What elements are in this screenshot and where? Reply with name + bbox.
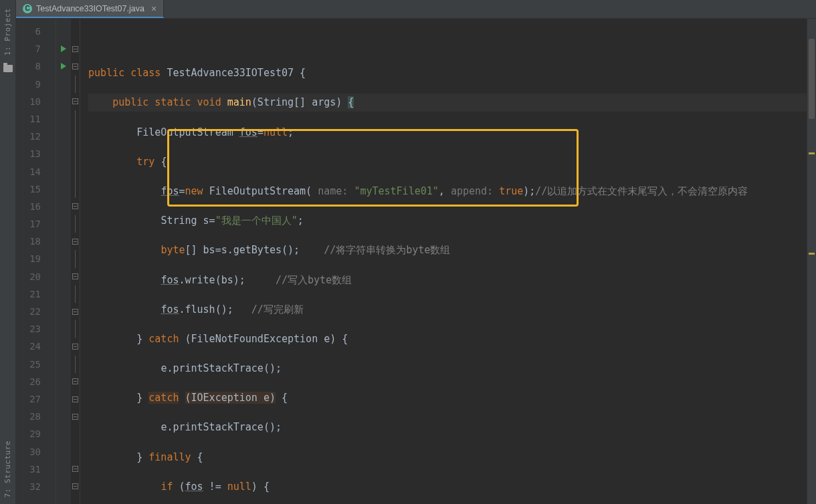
warning-stripe[interactable] <box>809 253 815 255</box>
line-number: 11 <box>16 110 56 128</box>
line-number: 23 <box>16 320 56 338</box>
class-file-icon: C <box>23 4 32 13</box>
fold-toggle[interactable] <box>72 46 78 52</box>
fold-gutter <box>71 19 80 504</box>
line-number: 28 <box>16 408 56 425</box>
code-line[interactable]: fos=new FileOutputStream( name: "myTestF… <box>88 182 807 200</box>
run-gutter <box>56 19 71 504</box>
code-line[interactable] <box>88 35 807 52</box>
code-line[interactable]: public class TestAdvance33IOTest07 { <box>88 64 807 82</box>
code-line[interactable]: } catch (IOException e) { <box>88 389 807 406</box>
code-area[interactable]: public class TestAdvance33IOTest07 { pub… <box>80 19 807 504</box>
line-number: 6 <box>16 23 56 40</box>
fold-toggle[interactable] <box>72 64 78 70</box>
code-line[interactable]: FileOutputStream fos=null; <box>88 124 807 141</box>
code-line[interactable]: e.printStackTrace(); <box>88 418 807 436</box>
fold-toggle[interactable] <box>72 378 78 384</box>
fold-toggle[interactable] <box>72 309 78 315</box>
ide-root: 1: Project 7: Structure C TestAdvance33I… <box>0 0 816 504</box>
line-number: 15 <box>16 180 56 198</box>
fold-toggle[interactable] <box>72 483 78 489</box>
editor-tabs: C TestAdvance33IOTest07.java × <box>16 0 816 19</box>
code-line[interactable]: public static void main(String[] args) { <box>88 94 807 111</box>
code-line[interactable]: fos.write(bs); //写入byte数组 <box>88 271 807 289</box>
line-number: 12 <box>16 128 56 145</box>
line-number: 24 <box>16 338 56 355</box>
code-line[interactable]: } catch (FileNotFoundException e) { <box>88 330 807 348</box>
line-number: 16 <box>16 198 56 215</box>
line-number: 22 <box>16 303 56 320</box>
line-number: 17 <box>16 215 56 233</box>
structure-tool-tab[interactable]: 7: Structure <box>3 440 12 497</box>
fold-toggle[interactable] <box>72 203 78 209</box>
line-number: 8 <box>16 57 56 75</box>
line-number: 21 <box>16 285 56 303</box>
fold-toggle[interactable] <box>72 396 78 402</box>
fold-toggle[interactable] <box>72 98 78 104</box>
tab-filename: TestAdvance33IOTest07.java <box>36 4 144 13</box>
line-number: 18 <box>16 233 56 250</box>
editor-tab[interactable]: C TestAdvance33IOTest07.java × <box>16 0 164 18</box>
run-icon[interactable] <box>61 63 66 70</box>
tool-window-bar: 1: Project 7: Structure <box>0 0 16 504</box>
line-number: 29 <box>16 425 56 443</box>
line-number: 32 <box>16 478 56 495</box>
folder-icon <box>3 65 13 72</box>
editor-scrollbar[interactable] <box>807 19 816 504</box>
fold-toggle[interactable] <box>72 273 78 279</box>
line-number: 7 <box>16 40 56 57</box>
code-line[interactable]: String s="我是一个中国人"; <box>88 212 807 229</box>
editor[interactable]: 6789101112131415161718192021222324252627… <box>16 19 816 504</box>
warning-stripe[interactable] <box>809 152 815 154</box>
close-icon[interactable]: × <box>151 3 157 14</box>
line-number: 20 <box>16 268 56 285</box>
line-number-gutter: 6789101112131415161718192021222324252627… <box>16 19 56 504</box>
code-line[interactable]: e.printStackTrace(); <box>88 360 807 377</box>
fold-toggle[interactable] <box>72 344 78 350</box>
line-number: 13 <box>16 145 56 162</box>
fold-toggle[interactable] <box>72 466 78 472</box>
line-number: 30 <box>16 443 56 461</box>
line-number: 31 <box>16 461 56 478</box>
fold-toggle[interactable] <box>72 239 78 245</box>
project-tool-tab[interactable]: 1: Project <box>3 8 12 55</box>
run-icon[interactable] <box>61 45 66 52</box>
code-line[interactable]: try { <box>88 153 807 170</box>
code-line[interactable]: } finally { <box>88 449 807 466</box>
code-line[interactable]: fos.flush(); //写完刷新 <box>88 301 807 318</box>
line-number: 10 <box>16 93 56 110</box>
line-number: 14 <box>16 163 56 180</box>
line-number: 27 <box>16 390 56 408</box>
code-line[interactable]: if (fos != null) { <box>88 478 807 495</box>
code-line[interactable]: byte[] bs=s.getBytes(); //将字符串转换为byte数组 <box>88 241 807 259</box>
fold-toggle[interactable] <box>72 414 78 420</box>
line-number: 9 <box>16 76 56 93</box>
editor-area: C TestAdvance33IOTest07.java × 678910111… <box>16 0 816 504</box>
line-number: 26 <box>16 373 56 390</box>
scrollbar-thumb[interactable] <box>809 39 815 119</box>
line-number: 19 <box>16 250 56 267</box>
line-number: 25 <box>16 356 56 373</box>
